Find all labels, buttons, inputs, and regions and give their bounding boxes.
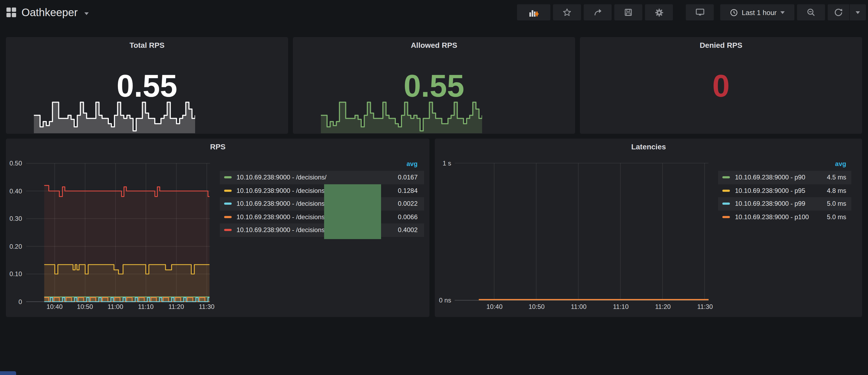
stat-value: 0.55 bbox=[293, 70, 575, 101]
series-avg-value: 5.0 ms bbox=[827, 200, 851, 208]
series-avg-value: 0.0022 bbox=[398, 200, 424, 208]
bar-chart-add-icon bbox=[529, 8, 538, 17]
x-axis-tick: 10:40 bbox=[38, 303, 71, 311]
series-label[interactable]: 10.10.69.238:9000 - p100 bbox=[735, 213, 827, 221]
refresh-control bbox=[828, 4, 866, 21]
tv-monitor-icon bbox=[695, 8, 704, 17]
stat-panel-total-rps: Total RPS 0.55 bbox=[6, 37, 288, 134]
legend-avg-header[interactable]: avg bbox=[718, 160, 851, 171]
legend-row[interactable]: 10.10.69.238:9000 - p954.8 ms bbox=[718, 184, 851, 197]
x-axis-tick: 11:10 bbox=[130, 303, 162, 311]
dashboard-toolbar: Last 1 hour bbox=[514, 4, 866, 21]
legend-row[interactable]: 10.10.69.238:9000 - p904.5 ms bbox=[718, 171, 851, 184]
series-label[interactable]: 10.10.69.238:9000 - p95 bbox=[735, 187, 827, 194]
y-axis-tick: 0 ns bbox=[435, 296, 451, 304]
x-axis-tick: 11:00 bbox=[99, 303, 131, 311]
x-axis-tick: 10:50 bbox=[521, 303, 553, 311]
refresh-button[interactable] bbox=[828, 4, 849, 21]
legend-row[interactable]: 10.10.69.238:9000 - /decisions/0.0167 bbox=[220, 171, 424, 184]
y-axis-tick: 0 bbox=[6, 298, 22, 306]
add-panel-button[interactable] bbox=[517, 4, 550, 21]
sparkline-chart bbox=[34, 100, 195, 133]
graph-panel-rps: RPS avg 10.10.69.238:9000 - /decisions/0… bbox=[6, 138, 430, 317]
x-axis-tick: 11:00 bbox=[562, 303, 595, 311]
zoom-out-icon bbox=[807, 8, 815, 17]
panel-title[interactable]: Denied RPS bbox=[580, 41, 862, 50]
series-avg-value: 0.0066 bbox=[398, 213, 424, 221]
dashboard-title-dropdown[interactable]: Oathkeeper bbox=[6, 6, 88, 19]
sparkline-chart bbox=[321, 100, 482, 133]
stat-value: 0 bbox=[580, 70, 862, 101]
gear-icon bbox=[654, 8, 663, 17]
x-axis-tick: 11:20 bbox=[160, 303, 192, 311]
time-range-picker[interactable]: Last 1 hour bbox=[720, 4, 794, 21]
series-color-swatch bbox=[723, 216, 730, 218]
series-color-swatch bbox=[224, 190, 231, 192]
panel-title[interactable]: Allowed RPS bbox=[293, 41, 575, 50]
bottom-left-blue-strip bbox=[0, 371, 16, 375]
x-axis-tick: 11:10 bbox=[604, 303, 637, 311]
grafana-dashboard: Oathkeeper bbox=[0, 0, 868, 375]
series-avg-value: 0.0167 bbox=[398, 174, 424, 181]
y-axis-tick: 0.20 bbox=[6, 243, 22, 250]
stat-panel-allowed-rps: Allowed RPS 0.55 bbox=[293, 37, 575, 134]
charts-row: RPS avg 10.10.69.238:9000 - /decisions/0… bbox=[6, 138, 862, 317]
series-color-swatch bbox=[224, 177, 231, 179]
clock-icon bbox=[730, 8, 738, 17]
legend-row[interactable]: 10.10.69.238:9000 - /decisions/0.4002 bbox=[220, 223, 424, 237]
series-color-swatch bbox=[723, 190, 730, 192]
legend-row[interactable]: 10.10.69.238:9000 - p995.0 ms bbox=[718, 197, 851, 210]
refresh-icon bbox=[834, 8, 843, 17]
graph-panel-latencies: Latencies avg 10.10.69.238:9000 - p904.5… bbox=[435, 138, 862, 317]
star-button[interactable] bbox=[553, 4, 581, 21]
x-axis-tick: 11:30 bbox=[689, 303, 721, 311]
series-color-swatch bbox=[224, 203, 231, 205]
series-avg-value: 4.5 ms bbox=[827, 174, 851, 181]
rps-legend: avg 10.10.69.238:9000 - /decisions/0.016… bbox=[220, 160, 424, 237]
settings-button[interactable] bbox=[645, 4, 673, 21]
series-label[interactable]: 10.10.69.238:9000 - p90 bbox=[735, 174, 827, 181]
dashboard-header: Oathkeeper bbox=[0, 0, 868, 25]
y-axis-tick: 0.50 bbox=[6, 160, 22, 167]
series-color-swatch bbox=[224, 229, 231, 231]
series-label[interactable]: 10.10.69.238:9000 - p99 bbox=[735, 200, 827, 208]
x-axis-tick: 11:30 bbox=[190, 303, 223, 311]
chevron-down-icon bbox=[780, 11, 785, 14]
panel-title[interactable]: Total RPS bbox=[6, 41, 288, 50]
dashboards-grid-icon bbox=[6, 7, 16, 17]
legend-avg-header[interactable]: avg bbox=[220, 160, 424, 171]
x-axis-tick: 11:20 bbox=[647, 303, 679, 311]
chevron-down-icon bbox=[856, 11, 860, 14]
panel-title[interactable]: Latencies bbox=[435, 143, 862, 151]
stats-row: Total RPS 0.55 Allowed RPS 0.55 Denied R… bbox=[6, 37, 862, 134]
legend-row[interactable]: 10.10.69.238:9000 - /decisions/0.0022 bbox=[220, 197, 424, 210]
zoom-out-button[interactable] bbox=[797, 4, 825, 21]
cycle-view-button[interactable] bbox=[686, 4, 714, 21]
refresh-interval-dropdown[interactable] bbox=[849, 4, 866, 21]
series-color-swatch bbox=[723, 177, 730, 179]
y-axis-tick: 0.30 bbox=[6, 215, 22, 222]
y-axis-tick: 0.40 bbox=[6, 187, 22, 195]
save-button[interactable] bbox=[614, 4, 642, 21]
panel-title[interactable]: RPS bbox=[6, 143, 430, 151]
y-axis-tick: 1 s bbox=[435, 159, 451, 167]
overlay-box bbox=[324, 184, 381, 239]
x-axis-tick: 10:50 bbox=[69, 303, 101, 311]
latencies-legend: avg 10.10.69.238:9000 - p904.5 ms10.10.6… bbox=[718, 160, 851, 223]
y-axis-tick: 0.10 bbox=[6, 270, 22, 278]
time-range-label: Last 1 hour bbox=[742, 8, 777, 17]
legend-row[interactable]: 10.10.69.238:9000 - /decisions/0.0066 bbox=[220, 210, 424, 223]
save-icon bbox=[624, 8, 632, 17]
legend-row[interactable]: 10.10.69.238:9000 - p1005.0 ms bbox=[718, 210, 851, 223]
series-label[interactable]: 10.10.69.238:9000 - /decisions/ bbox=[237, 174, 398, 181]
series-avg-value: 5.0 ms bbox=[827, 213, 851, 221]
star-icon bbox=[563, 8, 571, 17]
stat-value: 0.55 bbox=[6, 70, 288, 101]
x-axis-tick: 10:40 bbox=[478, 303, 510, 311]
share-button[interactable] bbox=[584, 4, 612, 21]
legend-row[interactable]: 10.10.69.238:9000 - /decisions/0.1284 bbox=[220, 184, 424, 197]
series-avg-value: 0.4002 bbox=[398, 226, 424, 234]
series-avg-value: 0.1284 bbox=[398, 187, 424, 194]
series-avg-value: 4.8 ms bbox=[827, 187, 851, 194]
dashboard-title: Oathkeeper bbox=[22, 6, 78, 19]
